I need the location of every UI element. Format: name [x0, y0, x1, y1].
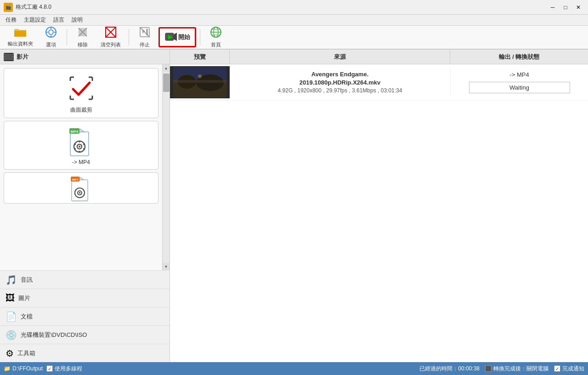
mp4-icon-area: MP4	[65, 125, 97, 157]
svg-rect-26	[4, 54, 5, 55]
svg-text:MP4: MP4	[70, 130, 78, 134]
notify-check-box: ✓	[554, 365, 560, 372]
sidebar-doc[interactable]: 📄 文檔	[0, 307, 170, 325]
thumb-image	[173, 67, 226, 97]
home-button[interactable]: 首頁	[204, 27, 228, 47]
folder-icon	[14, 27, 27, 40]
doc-icon: 📄	[6, 311, 17, 322]
start-button[interactable]: 開始	[158, 27, 196, 47]
thumb-scene	[173, 67, 226, 97]
clear-list-button[interactable]: 清空列表	[96, 27, 125, 47]
table-row: Avengers Endgame. 2019.1080p.HDRip.X264.…	[170, 64, 588, 101]
sidebar-image[interactable]: 🖼 圖片	[0, 289, 170, 307]
close-button[interactable]: ✕	[572, 3, 584, 12]
scroll-up-arrow[interactable]: ▲	[163, 64, 170, 72]
shutdown-label: 轉換完成後：關閉電腦	[493, 365, 548, 373]
file-output: -> MP4 Waiting	[450, 68, 588, 96]
toolbar-sep-2	[129, 29, 129, 45]
remove-icon	[77, 26, 89, 40]
sidebar-scrollbar: ▲ ▼	[162, 64, 170, 270]
file-meta: 4.92G , 1920x800 , 29.97fps , 3.61Mbps ,…	[235, 87, 445, 94]
sidebar-tools[interactable]: ⚙ 工具箱	[0, 344, 170, 362]
svg-point-45	[79, 146, 80, 148]
titlebar: 🎬 格式工廠 4.8.0 ─ □ ✕	[0, 0, 588, 15]
preset-trim[interactable]: 曲面裁剪	[4, 68, 158, 118]
menu-theme[interactable]: 主題設定	[20, 15, 50, 25]
elapsed-time: 已經過的時間：00:00:38	[419, 365, 480, 373]
clear-list-icon	[105, 26, 117, 40]
multithread-check-box: ✓	[46, 365, 53, 372]
scroll-down-arrow[interactable]: ▼	[163, 263, 170, 270]
stop-label: 停止	[140, 41, 150, 48]
scroll-thumb[interactable]	[163, 74, 170, 92]
col-preview: 預覽	[170, 50, 230, 64]
image-icon: 🖼	[6, 293, 15, 303]
toolbar-sep-3	[200, 29, 200, 45]
file-list: Avengers Endgame. 2019.1080p.HDRip.X264.…	[170, 64, 588, 362]
file-thumbnail	[170, 66, 230, 98]
menu-language[interactable]: 語言	[50, 15, 68, 25]
folder-status-icon: 📁	[4, 365, 11, 372]
preset-mp4-label: -> MP4	[72, 159, 90, 165]
sidebar-content: 曲面裁剪 MP4	[0, 64, 170, 270]
stop-button[interactable]: 停止	[133, 27, 157, 47]
shutdown-check-box	[485, 365, 492, 372]
output-folder-button[interactable]: 輸出資料夾	[4, 27, 37, 47]
start-label: 開始	[178, 33, 190, 41]
svg-rect-25	[5, 54, 13, 60]
svg-line-15	[140, 27, 150, 37]
svg-point-51	[83, 148, 85, 150]
col-source: 來源	[230, 50, 450, 64]
tools-icon: ⚙	[6, 348, 14, 359]
shutdown-checkbox[interactable]: 轉換完成後：關閉電腦	[485, 365, 548, 373]
sidebar: 影片	[0, 50, 170, 362]
svg-point-48	[74, 143, 76, 145]
mkv-icon-area: MKV	[65, 176, 97, 199]
window-controls: ─ □ ✕	[547, 3, 584, 12]
output-path: 📁 D:\FFOutput	[4, 365, 43, 372]
remove-button[interactable]: 移除	[71, 27, 95, 47]
output-path-text: D:\FFOutput	[12, 365, 43, 372]
file-name-line1: Avengers Endgame.	[235, 71, 445, 78]
audio-icon: 🎵	[6, 274, 17, 285]
status-badge: Waiting	[469, 82, 570, 93]
content-area: 預覽 來源 輸出 / 轉換狀態	[170, 50, 588, 362]
status-right: 已經過的時間：00:00:38 轉換完成後：關閉電腦 ✓ 完成通知	[419, 365, 584, 373]
menu-help[interactable]: 說明	[68, 15, 86, 25]
sidebar-video-label: 影片	[17, 53, 28, 61]
svg-rect-29	[12, 54, 14, 55]
svg-point-49	[83, 143, 85, 145]
sidebar-audio[interactable]: 🎵 音訊	[0, 270, 170, 289]
svg-text:MKV: MKV	[72, 178, 79, 181]
notify-checkbox[interactable]: ✓ 完成通知	[554, 365, 584, 373]
tools-label: 工具箱	[17, 349, 35, 358]
svg-rect-27	[4, 56, 5, 57]
app-title: 格式工廠 4.8.0	[16, 3, 547, 11]
svg-point-50	[74, 148, 76, 150]
svg-rect-31	[12, 58, 14, 60]
preset-mp4[interactable]: MP4	[4, 121, 158, 170]
options-label: 選項	[46, 41, 56, 48]
trim-icon-area	[65, 72, 97, 104]
notify-label: 完成通知	[562, 365, 584, 373]
preset-trim-label: 曲面裁剪	[70, 106, 92, 114]
sidebar-video-header: 影片	[0, 50, 170, 64]
sidebar-disc[interactable]: 💿 光碟機裝置\DVD\CD\ISO	[0, 325, 170, 344]
app-icon: 🎬	[4, 3, 13, 12]
image-label: 圖片	[18, 294, 30, 302]
menu-task[interactable]: 任務	[2, 15, 20, 25]
output-format: -> MP4	[509, 71, 529, 78]
start-icon	[164, 31, 177, 44]
content-header: 預覽 來源 輸出 / 轉換狀態	[170, 50, 588, 64]
disc-label: 光碟機裝置\DVD\CD\ISO	[21, 331, 87, 339]
svg-point-64	[198, 74, 202, 78]
home-label: 首頁	[211, 41, 221, 48]
disc-icon: 💿	[6, 330, 17, 341]
minimize-button[interactable]: ─	[547, 3, 559, 12]
options-button[interactable]: 選項	[39, 27, 63, 47]
audio-label: 音訊	[21, 276, 33, 284]
multithread-checkbox[interactable]: ✓ 使用多線程	[46, 365, 82, 373]
clear-list-label: 清空列表	[101, 41, 121, 48]
restore-button[interactable]: □	[560, 3, 571, 12]
preset-mkv[interactable]: MKV	[4, 172, 158, 204]
